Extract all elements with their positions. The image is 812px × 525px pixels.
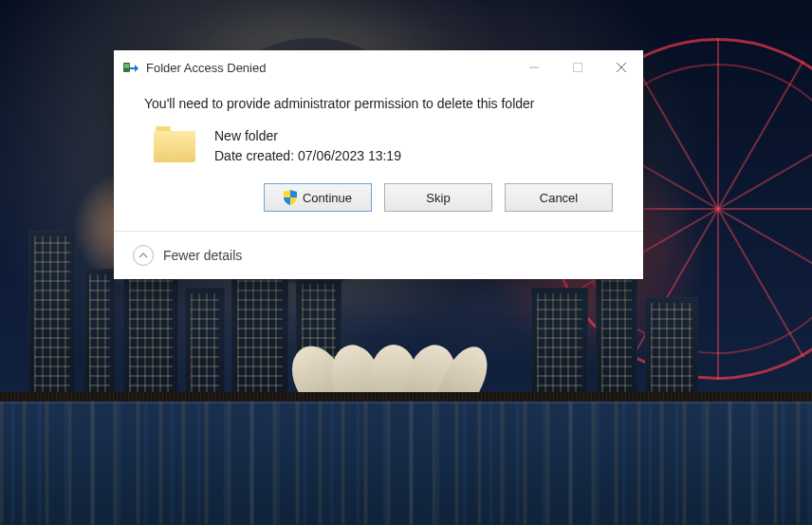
close-button[interactable] xyxy=(600,50,643,84)
svg-rect-1 xyxy=(124,65,129,66)
folder-icon xyxy=(154,124,195,162)
skip-button-label: Skip xyxy=(426,191,450,205)
details-toggle-row[interactable]: Fewer details xyxy=(114,231,643,279)
folder-access-denied-dialog: Folder Access Denied You'll need to prov… xyxy=(114,50,643,279)
maximize-button[interactable] xyxy=(556,50,600,84)
minimize-button[interactable] xyxy=(512,50,556,84)
cancel-button[interactable]: Cancel xyxy=(505,183,613,212)
target-item: New folder Date created: 07/06/2023 13:1… xyxy=(144,124,613,166)
cancel-button-label: Cancel xyxy=(540,191,578,205)
continue-button[interactable]: Continue xyxy=(264,183,372,212)
svg-rect-4 xyxy=(574,64,582,72)
file-operation-icon xyxy=(123,60,138,75)
titlebar[interactable]: Folder Access Denied xyxy=(114,50,643,84)
continue-button-label: Continue xyxy=(303,191,352,205)
permission-message: You'll need to provide administrator per… xyxy=(144,96,613,111)
uac-shield-icon xyxy=(284,190,297,205)
dialog-title: Folder Access Denied xyxy=(146,61,512,75)
item-date-created: Date created: 07/06/2023 13:19 xyxy=(214,146,401,166)
skip-button[interactable]: Skip xyxy=(384,183,492,212)
item-name: New folder xyxy=(214,126,401,146)
details-toggle-label: Fewer details xyxy=(163,248,242,263)
svg-rect-2 xyxy=(124,66,129,67)
chevron-up-icon xyxy=(133,245,154,266)
